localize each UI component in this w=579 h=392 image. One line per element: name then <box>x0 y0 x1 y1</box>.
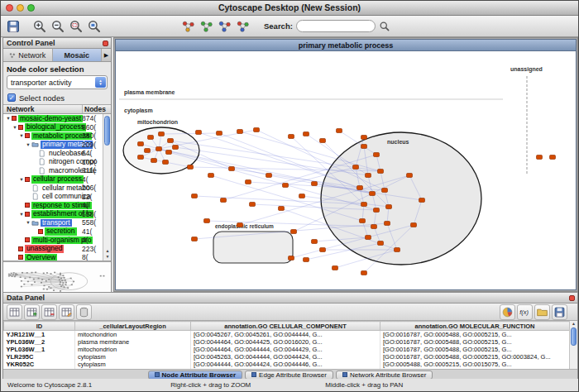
table-row[interactable]: YJR121W__1mitochondrion[GO:0045267, GO:0… <box>4 331 570 339</box>
network-node[interactable] <box>188 165 194 170</box>
network-node[interactable] <box>192 237 198 241</box>
minimize-window-icon[interactable] <box>17 4 24 12</box>
network-node[interactable] <box>289 135 294 139</box>
tab-node-attribute-browser[interactable]: Node Attribute Browser <box>148 370 243 380</box>
network-node[interactable] <box>279 207 285 211</box>
hide-selected-nodes-icon[interactable] <box>179 17 198 36</box>
disclosure-triangle-icon[interactable]: ▼ <box>18 177 25 182</box>
tree-item[interactable]: nitrogen compo100( <box>3 158 111 167</box>
table-row[interactable]: YLR295Ccytoplasm[GO:0045263, GO:0044444,… <box>4 353 570 361</box>
tree-item[interactable]: cellular metabo206( <box>3 184 111 193</box>
network-node[interactable] <box>312 182 318 186</box>
maximize-window-icon[interactable] <box>27 4 35 12</box>
close-panel-icon[interactable] <box>103 41 108 46</box>
network-node[interactable] <box>159 132 165 136</box>
tab-network[interactable]: path d="M4.5 5.5L13 6.5M4.5 5.5L8 13M13 … <box>3 49 53 61</box>
network-node[interactable] <box>173 146 179 150</box>
network-node[interactable] <box>360 219 366 223</box>
search-input[interactable] <box>296 20 376 32</box>
birdseye-overview[interactable] <box>3 261 111 293</box>
network-node[interactable] <box>204 219 210 223</box>
network-node[interactable] <box>221 198 227 203</box>
network-node[interactable] <box>304 132 309 136</box>
tab-mosaic[interactable]: Mosaic <box>53 49 103 61</box>
network-node[interactable] <box>374 208 380 213</box>
tree-item[interactable]: ▼cellular process4( <box>3 175 111 184</box>
zoom-out-icon[interactable] <box>49 17 67 36</box>
tab-overflow-arrow-icon[interactable]: ▶ <box>102 49 111 61</box>
tab-network-attribute-browser[interactable]: Network Attribute Browser <box>336 370 433 380</box>
network-node[interactable] <box>320 139 326 143</box>
network-node[interactable] <box>366 236 371 240</box>
network-node[interactable] <box>419 198 425 203</box>
chart-icon[interactable] <box>500 304 515 320</box>
network-node[interactable] <box>361 203 367 207</box>
table-row[interactable]: YPL036W__1mitochondrion[GO:0044464, GO:0… <box>4 346 570 353</box>
tree-item[interactable]: ▼biological_process860( <box>3 123 111 132</box>
table-column-header[interactable]: ID <box>4 322 75 331</box>
network-node[interactable] <box>337 129 342 133</box>
tree-column-nodes[interactable]: Nodes <box>83 105 111 113</box>
tree-item[interactable]: response to stimul4( <box>3 201 111 210</box>
network-node[interactable] <box>156 147 162 151</box>
zoom-selected-icon[interactable] <box>67 17 85 36</box>
vizmapper-icon[interactable] <box>234 17 252 36</box>
table-row[interactable]: YPL036W__2plasma membrane[GO:0044464, GO… <box>4 338 570 346</box>
tree-item[interactable]: multi-organism pro4( <box>3 236 111 245</box>
disclosure-triangle-icon[interactable]: ▼ <box>18 133 25 138</box>
function-builder-icon[interactable]: f(x) <box>517 304 533 320</box>
network-node[interactable] <box>333 266 338 270</box>
tree-column-network[interactable]: Network <box>3 105 83 113</box>
table-row[interactable]: YKR052Ccytoplasm[GO:0044444, GO:0044424,… <box>4 361 570 368</box>
table-column-header[interactable]: _cellularLayoutRegion <box>75 322 191 331</box>
network-node[interactable] <box>289 256 294 261</box>
network-node[interactable] <box>151 159 157 163</box>
network-node[interactable] <box>361 145 367 149</box>
network-node[interactable] <box>254 128 260 132</box>
network-node[interactable] <box>304 258 309 262</box>
modify-attribute-icon[interactable] <box>59 304 74 320</box>
tree-item[interactable]: ▼primary metabo209( <box>3 141 111 150</box>
tree-scrollbar[interactable]: ▲▼ <box>103 114 111 261</box>
network-node[interactable] <box>168 139 174 143</box>
table-scrollbar-thumb[interactable] <box>571 327 577 346</box>
delete-attribute-icon[interactable] <box>41 304 57 320</box>
trash-icon[interactable] <box>76 304 92 320</box>
create-network-from-selection-icon[interactable] <box>198 17 216 36</box>
network-node[interactable] <box>246 180 251 184</box>
network-node[interactable] <box>192 194 198 198</box>
node-color-dropdown[interactable]: transporter activity ▲▼ <box>7 75 108 89</box>
network-node[interactable] <box>283 184 289 188</box>
tab-edge-attribute-browser[interactable]: Edge Attribute Browser <box>245 370 333 380</box>
disclosure-triangle-icon[interactable]: ▼ <box>25 220 31 225</box>
network-node[interactable] <box>411 223 417 227</box>
network-node[interactable] <box>166 151 172 155</box>
tree-item[interactable]: ▼establishment of lo558( <box>3 210 111 219</box>
select-nodes-checkbox[interactable]: ✓ <box>7 93 16 102</box>
network-node[interactable] <box>237 130 243 134</box>
network-node[interactable] <box>312 240 318 244</box>
create-attribute-icon[interactable] <box>24 304 40 320</box>
network-node[interactable] <box>163 160 169 165</box>
tree-item[interactable]: ▼transport558( <box>3 218 111 227</box>
network-node[interactable] <box>208 174 214 178</box>
tree-item[interactable]: secretion41( <box>3 227 111 237</box>
network-node[interactable] <box>250 203 256 207</box>
network-node[interactable] <box>353 165 359 170</box>
network-node[interactable] <box>138 155 144 160</box>
tree-item[interactable]: macromolecule311( <box>3 166 111 175</box>
tree-item[interactable]: ▼metabolic process280( <box>3 131 111 141</box>
tree-item[interactable]: unassigned223( <box>3 245 111 254</box>
network-node[interactable] <box>148 136 154 140</box>
network-node[interactable] <box>196 131 202 135</box>
tree-item[interactable]: ▼mosaic-demo-yeast874( <box>3 114 111 123</box>
save-icon[interactable] <box>4 17 22 36</box>
table-column-header[interactable]: annotation.GO CELLULAR_COMPONENT <box>191 322 380 331</box>
network-node[interactable] <box>385 222 390 226</box>
table-row[interactable]: YDR039C__1mitochondrion[GO:0044464, GO:0… <box>4 368 570 369</box>
network-node[interactable] <box>374 153 380 157</box>
zoom-in-icon[interactable] <box>31 17 49 36</box>
network-node[interactable] <box>217 131 223 136</box>
disclosure-triangle-icon[interactable]: ▼ <box>12 125 18 130</box>
import-attributes-icon[interactable] <box>534 304 550 320</box>
